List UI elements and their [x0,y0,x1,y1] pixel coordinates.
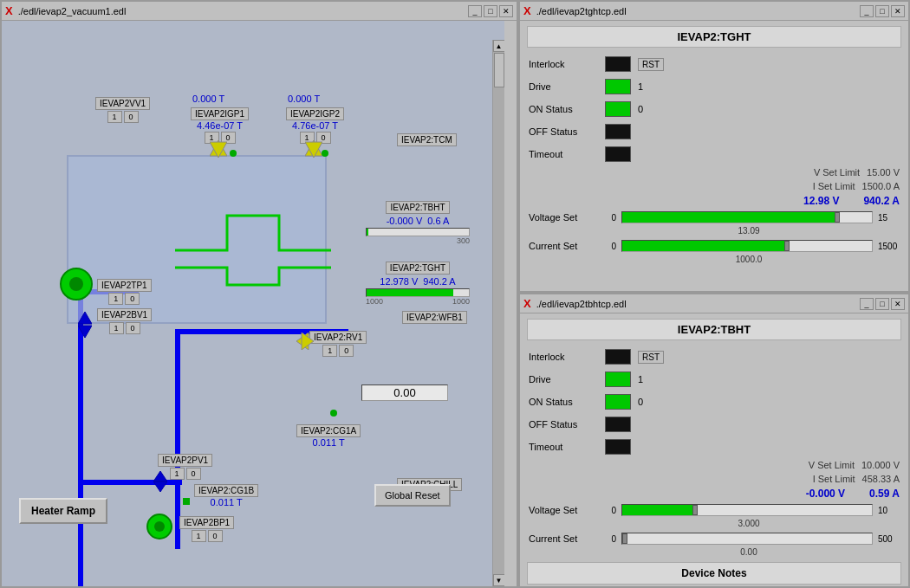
tbht-panel-title: IEVAP2:TBHT [527,319,901,340]
tbht-onstatus-label: ON Status [529,397,598,407]
tbht-voltage-set-row[interactable]: Voltage Set 0 10 [520,504,908,516]
heater-ramp-button[interactable]: Heater Ramp [19,498,107,524]
tght-minimize[interactable]: _ [860,5,874,17]
tbht-drive-indicator [605,372,631,387]
tght-offstatus-indicator [605,124,631,139]
tght-voltage-set-row[interactable]: Voltage Set 0 15 [520,211,908,223]
minimize-button[interactable]: _ [468,5,482,17]
scrollbar[interactable]: ▲ ▼ [492,40,504,586]
global-reset-button[interactable]: Global Reset [374,484,451,507]
tbht-component: IEVAP2:TBHT -0.000 V 0.6 A 300 [366,201,470,245]
scroll-thumb[interactable] [494,53,504,87]
tght-maximize[interactable]: □ [875,5,889,17]
bp1-btn2[interactable]: 0 [208,530,223,542]
tp1-buttons[interactable]: 1 0 [108,293,140,305]
svg-point-5 [322,150,328,157]
tght-voltage-thumb[interactable] [835,212,840,223]
tght-drive-label: Drive [529,81,598,92]
cg1b-value: 0.011 T [211,497,243,507]
tght-current-set-min: 0 [603,242,616,251]
rv1-buttons[interactable]: 1 0 [322,345,354,357]
pv1-buttons[interactable]: 1 0 [170,468,201,480]
tbht-current-set-row[interactable]: Current Set 0 500 [520,533,908,545]
tbht-current: 0.6 A [427,216,449,226]
tbht-minimize[interactable]: _ [860,298,874,310]
rv1-btn2[interactable]: 0 [339,345,354,357]
rv1-btn1[interactable]: 1 [322,345,337,357]
svg-marker-14 [153,481,167,492]
left-title-text: ./edl/ievap2_vacuum1.edl [18,6,463,16]
display-value-container[interactable]: 0.00 [361,384,448,401]
tbht-drive-label: Drive [529,374,598,384]
tght-voltage-slider[interactable] [621,211,873,223]
tght-current-slider[interactable] [621,240,873,252]
tght-progress-container: 1000 1000 [366,288,470,306]
tbht-rst-button[interactable]: RST [638,351,664,364]
tght-progress-bar [366,288,470,297]
tbht-current-blue: 0.59 A [869,488,900,500]
tght-timeout-indicator [605,146,631,162]
tght-timeout-row: Timeout [520,146,908,162]
vv1-btn1[interactable]: 1 [107,111,122,123]
pv1-btn2[interactable]: 0 [186,468,201,480]
tbht-current-thumb[interactable] [622,533,627,544]
bv1-btn1[interactable]: 1 [109,322,124,334]
tbht-offstatus-indicator [605,417,631,432]
pv1-btn1[interactable]: 1 [170,468,185,480]
tbht-offstatus-row: OFF Status [520,417,908,432]
scroll-down[interactable]: ▼ [493,574,505,586]
display-value[interactable]: 0.00 [361,384,448,401]
tght-window: X ./edl/ievap2tghtcp.edl _ □ ✕ IEVAP2:TG… [518,0,910,293]
tght-close[interactable]: ✕ [891,5,905,17]
tbht-drive-value: 1 [638,374,643,384]
tght-current: 940.2 A [423,276,455,287]
left-window-controls[interactable]: _ □ ✕ [468,5,513,17]
tbht-close[interactable]: ✕ [891,298,905,310]
tp1-btn1[interactable]: 1 [108,293,123,305]
cg1b-component: IEVAP2:CG1B 0.011 T [194,484,258,507]
tght-vsetlimit-row: V Set Limit 15.00 V [520,165,908,179]
wfb1-label: IEVAP2:WFB1 [402,311,467,324]
valve-igp2 [305,140,322,159]
tbht-voltage-thumb[interactable] [692,505,698,515]
tcm-component: IEVAP2:TCM [397,133,457,146]
tp1-btn2[interactable]: 0 [125,293,140,305]
top-value1: 0.000 T [192,94,224,104]
bp1-btn1[interactable]: 1 [192,530,206,542]
tbht-voltage-slider[interactable] [621,504,873,516]
tbht-maximize[interactable]: □ [875,298,889,310]
tbht-blue-values-row: -0.000 V 0.59 A [520,486,908,501]
tght-onstatus-value: 0 [638,104,643,114]
tbht-interlock-indicator [605,349,631,365]
tght-current-set-row[interactable]: Current Set 0 1500 [520,240,908,252]
vv1-buttons[interactable]: 1 0 [107,111,139,123]
bp1-label: IEVAP2BP1 [179,516,234,529]
vv1-btn2[interactable]: 0 [124,111,139,123]
bv1-label: IEVAP2BV1 [97,308,152,321]
tght-current-fill [622,241,790,251]
bv1-buttons[interactable]: 1 0 [109,322,140,334]
maximize-button[interactable]: □ [484,5,497,17]
close-button[interactable]: ✕ [499,5,513,17]
tght-window-controls[interactable]: _ □ ✕ [860,5,905,17]
tght-interlock-label: Interlock [529,59,598,69]
tbht-window-controls[interactable]: _ □ ✕ [860,298,905,310]
tght-title-text: ./edl/ievap2tghtcp.edl [536,6,855,16]
tbht-current-slider[interactable] [621,533,873,545]
tbht-vsetlimit-row: V Set Limit 10.000 V [520,458,908,472]
tbht-current-set-label: Current Set [529,533,598,544]
svg-point-7 [69,277,83,291]
tbht-vsetlimit-value: 10.000 V [861,460,900,470]
tght-isetlimit-value: 1500.0 A [862,181,900,191]
tght-panel-title: IEVAP2:TGHT [527,26,901,48]
bv1-btn2[interactable]: 0 [126,322,140,334]
device-notes-button[interactable]: Device Notes [527,562,901,585]
scroll-up[interactable]: ▲ [493,40,505,52]
tcm-label: IEVAP2:TCM [397,133,457,146]
tght-current-thumb[interactable] [784,241,790,251]
tght-voltage-fill [622,212,840,223]
tght-rst-button[interactable]: RST [638,58,664,71]
bp1-buttons[interactable]: 1 0 [192,530,223,542]
tp1-component: IEVAP2TP1 1 0 [97,279,152,305]
scroll-track [493,52,505,574]
